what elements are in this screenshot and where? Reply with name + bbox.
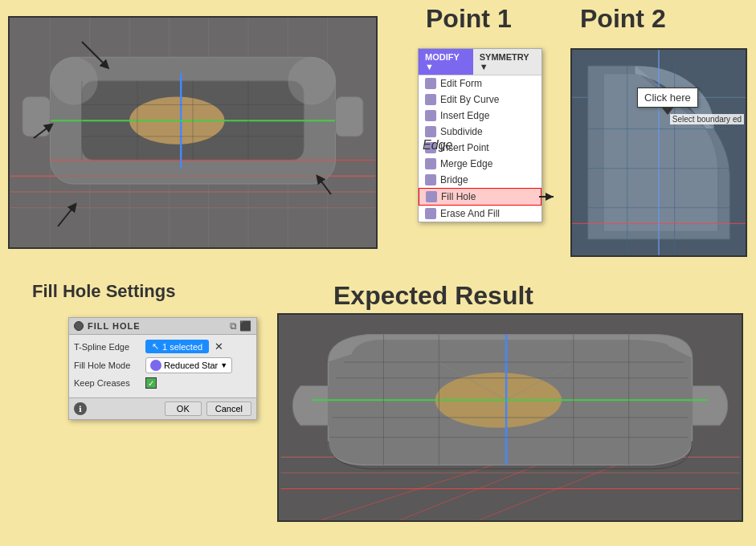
menu-item-label: Subdivide — [440, 126, 483, 137]
svg-rect-18 — [336, 97, 364, 136]
modify-tab-label: MODIFY ▼ — [425, 52, 467, 71]
subdivide-icon — [425, 126, 436, 137]
modify-tab[interactable]: MODIFY ▼ — [419, 49, 473, 75]
tspline-edge-label: T-Spline Edge — [74, 342, 142, 352]
merge-edge-icon — [425, 158, 436, 169]
keep-creases-row: Keep Creases ✓ — [74, 377, 251, 389]
menu-item-label: Merge Edge — [440, 158, 492, 169]
resize-handle[interactable]: ⧉ — [230, 320, 237, 332]
menu-item-label: Edit Form — [440, 78, 482, 89]
fill-mode-row: Fill Hole Mode Reduced Star ▼ — [74, 357, 251, 373]
menu-item-bridge[interactable]: Bridge — [419, 172, 541, 188]
ok-button[interactable]: OK — [165, 401, 202, 416]
dialog-title: FILL HOLE — [88, 321, 141, 331]
fill-mode-dropdown[interactable]: Reduced Star ▼ — [145, 357, 232, 373]
svg-rect-20 — [288, 57, 335, 104]
menu-item-label: Erase And Fill — [440, 208, 500, 219]
menu-item-label: Insert Edge — [440, 110, 489, 121]
menu-item-label: Bridge — [440, 174, 468, 185]
expected-result-title: Expected Result — [333, 281, 533, 311]
dropdown-arrow: ▼ — [220, 361, 227, 369]
menu-item-erase-fill[interactable]: Erase And Fill — [419, 206, 541, 222]
tspline-edge-row: T-Spline Edge ↖ 1 selected ✕ — [74, 340, 251, 353]
callout-text: Click here — [644, 92, 691, 104]
point2-label: Point 2 — [580, 4, 666, 34]
tspline-clear-btn[interactable]: ✕ — [212, 340, 226, 352]
menu-item-label: Fill Hole — [441, 191, 476, 202]
callout-box: Click here — [637, 88, 698, 108]
fill-hole-arrow — [539, 190, 558, 203]
modify-menu: MODIFY ▼ SYMMETRY ▼ Edit Form Edit By Cu… — [418, 48, 542, 222]
menu-item-label: Edit By Curve — [440, 94, 499, 105]
edit-curve-icon — [425, 94, 436, 105]
menu-item-insert-edge[interactable]: Insert Edge — [419, 108, 541, 124]
maximize-handle[interactable]: ⬛ — [239, 320, 251, 332]
edit-form-icon — [425, 78, 436, 89]
menu-item-subdivide[interactable]: Subdivide — [419, 124, 541, 140]
fill-hole-dialog: FILL HOLE ⧉ ⬛ T-Spline Edge ↖ 1 selected… — [68, 317, 257, 420]
fill-hole-settings-title: Fill Hole Settings — [32, 281, 175, 302]
menu-item-merge-edge[interactable]: Merge Edge — [419, 156, 541, 172]
symmetry-tab-label: SYMMETRY ▼ — [480, 52, 535, 71]
topright-3d-panel: Select boundary ed — [570, 48, 747, 257]
fill-mode-icon — [150, 360, 161, 371]
expected-result-panel — [277, 313, 743, 522]
footer-buttons: OK Cancel — [165, 401, 251, 416]
fill-mode-value: Reduced Star — [164, 361, 218, 370]
dialog-title-area: FILL HOLE — [74, 321, 141, 331]
keep-creases-label: Keep Creases — [74, 378, 142, 388]
menu-header: MODIFY ▼ SYMMETRY ▼ — [419, 49, 541, 75]
bridge-icon — [425, 174, 436, 185]
fill-mode-label: Fill Hole Mode — [74, 361, 142, 370]
fill-hole-icon — [426, 191, 437, 202]
tspline-selected-btn[interactable]: ↖ 1 selected — [145, 340, 209, 353]
dialog-footer: ℹ OK Cancel — [69, 397, 256, 419]
menu-item-fill-hole[interactable]: Fill Hole — [419, 188, 541, 206]
edge-label: Edge — [423, 138, 452, 153]
erase-fill-icon — [425, 208, 436, 219]
menu-item-edit-curve[interactable]: Edit By Curve — [419, 92, 541, 108]
symmetry-tab[interactable]: SYMMETRY ▼ — [473, 49, 541, 75]
topleft-3d-panel — [8, 16, 378, 249]
keep-creases-checkbox[interactable]: ✓ — [145, 377, 157, 389]
menu-item-edit-form[interactable]: Edit Form — [419, 75, 541, 92]
cursor-icon: ↖ — [152, 341, 159, 352]
svg-rect-17 — [22, 97, 51, 136]
svg-rect-19 — [50, 57, 97, 104]
dialog-icon — [74, 321, 84, 331]
insert-edge-icon — [425, 110, 436, 121]
select-boundary-text: Select boundary ed — [670, 114, 744, 124]
cancel-button[interactable]: Cancel — [206, 401, 251, 416]
dialog-body: T-Spline Edge ↖ 1 selected ✕ Fill Hole M… — [69, 335, 256, 397]
dialog-titlebar: FILL HOLE ⧉ ⬛ — [69, 318, 256, 335]
point1-label: Point 1 — [426, 4, 512, 34]
dialog-controls: ⧉ ⬛ — [230, 320, 251, 332]
info-icon: ℹ — [74, 402, 87, 415]
selected-count: 1 selected — [162, 342, 202, 352]
